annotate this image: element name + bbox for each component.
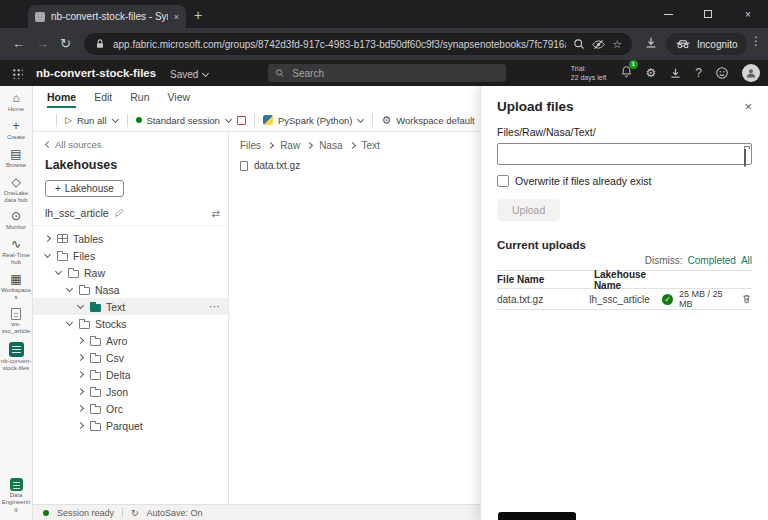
dismiss-all-link[interactable]: All xyxy=(741,255,752,266)
chevron-down-icon[interactable] xyxy=(357,117,364,124)
chevron-right-icon[interactable] xyxy=(76,387,85,396)
reload-icon[interactable] xyxy=(60,35,71,53)
upload-path-input[interactable] xyxy=(497,143,752,165)
sidebar-item-monitor[interactable]: Monitor xyxy=(0,210,33,231)
tree-item-text-selected[interactable]: Text xyxy=(33,298,228,315)
tree-item-stocks[interactable]: Stocks xyxy=(33,315,228,332)
global-search[interactable] xyxy=(268,64,506,82)
toolbar-divider xyxy=(372,114,373,127)
tab-edit[interactable]: Edit xyxy=(94,91,112,108)
file-icon xyxy=(240,161,248,171)
sidebar-item-create[interactable]: Create xyxy=(0,120,33,141)
chevron-right-icon[interactable] xyxy=(76,353,85,362)
browse-folder-icon[interactable] xyxy=(744,149,746,167)
back-icon[interactable] xyxy=(12,35,25,53)
upload-button[interactable]: Upload xyxy=(497,199,560,221)
dismiss-completed-link[interactable]: Completed xyxy=(688,255,736,266)
download-app-icon[interactable] xyxy=(669,67,682,80)
language-dropdown[interactable]: PySpark (Python) xyxy=(278,115,352,126)
tab-view[interactable]: View xyxy=(168,91,191,108)
search-input[interactable] xyxy=(290,67,499,80)
chevron-down-icon[interactable] xyxy=(65,285,74,294)
incognito-icon xyxy=(675,39,691,49)
plus-icon xyxy=(12,120,19,133)
tab-close-icon[interactable] xyxy=(174,12,179,22)
breadcrumb-item[interactable]: Text xyxy=(362,140,380,151)
folder-icon xyxy=(90,423,101,431)
help-icon[interactable] xyxy=(695,66,702,80)
feedback-smiley-icon[interactable] xyxy=(715,66,729,80)
tree-item-files[interactable]: Files xyxy=(33,247,228,264)
sidebar-item-label: Browse xyxy=(1,162,32,169)
all-sources-back[interactable]: All sources xyxy=(33,136,228,152)
tree-item-avro[interactable]: Avro xyxy=(33,332,228,349)
session-dropdown[interactable]: Standard session xyxy=(147,115,220,126)
address-bar[interactable]: app.fabric.microsoft.com/groups/8742d3fd… xyxy=(84,33,632,55)
eye-off-icon[interactable] xyxy=(592,38,605,51)
lakehouse-row[interactable]: lh_ssc_article xyxy=(33,203,228,226)
close-panel-icon[interactable] xyxy=(744,100,752,113)
sidebar-item-realtime-hub[interactable]: Real-Time hub xyxy=(0,238,33,266)
minimize-button[interactable] xyxy=(648,0,688,28)
tree-item-raw[interactable]: Raw xyxy=(33,264,228,281)
settings-gear-icon[interactable] xyxy=(646,66,657,80)
bookmark-star-icon[interactable]: ☆ xyxy=(612,38,622,51)
tree-item-nasa[interactable]: Nasa xyxy=(33,281,228,298)
stop-session-icon[interactable] xyxy=(237,116,246,125)
maximize-button[interactable] xyxy=(688,0,728,28)
delete-trash-icon[interactable] xyxy=(741,293,752,305)
browser-tab[interactable]: nb-convert-stock-files - Synaps xyxy=(28,5,186,28)
chevron-down-icon[interactable] xyxy=(112,117,119,124)
chevron-right-icon[interactable] xyxy=(76,370,85,379)
close-button[interactable] xyxy=(728,0,768,28)
tree-item-tables[interactable]: Tables xyxy=(33,230,228,247)
chevron-down-icon[interactable] xyxy=(76,302,85,311)
breadcrumb-item[interactable]: Nasa xyxy=(319,140,342,151)
downloads-icon[interactable] xyxy=(644,36,658,50)
sidebar-item-workspace[interactable]: ws-ssc_article xyxy=(0,308,33,335)
tab-home[interactable]: Home xyxy=(47,91,76,108)
edit-pencil-icon[interactable] xyxy=(114,208,124,218)
tree-item-delta[interactable]: Delta xyxy=(33,366,228,383)
header-actions: Trial: 22 days left 1 xyxy=(571,60,760,86)
sidebar-item-experience-switcher[interactable]: Data Engineering xyxy=(0,478,33,513)
upload-path-label: Files/Raw/Nasa/Text/ xyxy=(497,126,752,138)
overwrite-checkbox[interactable] xyxy=(497,175,509,187)
sidebar-item-browse[interactable]: Browse xyxy=(0,148,33,169)
tree-item-orc[interactable]: Orc xyxy=(33,400,228,417)
chevron-right-icon[interactable] xyxy=(76,404,85,413)
chevron-down-icon[interactable] xyxy=(65,319,74,328)
tree-item-json[interactable]: Json xyxy=(33,383,228,400)
switch-lakehouse-icon[interactable] xyxy=(212,208,220,219)
breadcrumb-item[interactable]: Files xyxy=(240,140,261,151)
environment-dropdown[interactable]: Workspace default xyxy=(396,115,475,126)
window-controls xyxy=(648,0,768,28)
forward-icon[interactable] xyxy=(36,35,49,53)
chevron-right-icon[interactable] xyxy=(43,234,52,243)
add-lakehouse-button[interactable]: Lakehouse xyxy=(45,180,124,197)
autosave-status[interactable]: AutoSave: On xyxy=(147,508,203,518)
waffle-menu-icon[interactable] xyxy=(12,68,23,79)
chevron-down-icon[interactable] xyxy=(225,117,232,124)
sidebar-item-onelake[interactable]: OneLake data hub xyxy=(0,176,33,204)
run-all-button[interactable]: Run all xyxy=(77,115,107,126)
new-tab-button[interactable]: + xyxy=(194,6,202,24)
file-list-item[interactable]: data.txt.gz xyxy=(230,151,480,171)
sidebar-item-workspaces[interactable]: Workspaces xyxy=(0,273,33,301)
sidebar-item-home[interactable]: Home xyxy=(0,92,33,113)
tab-run[interactable]: Run xyxy=(130,91,149,108)
zoom-icon[interactable] xyxy=(573,38,585,50)
chevron-right-icon[interactable] xyxy=(76,421,85,430)
breadcrumb-item[interactable]: Raw xyxy=(280,140,300,151)
chevron-right-icon[interactable] xyxy=(76,336,85,345)
sidebar-item-notebook-active[interactable]: nb-convert-stock-files xyxy=(0,342,33,372)
tree-item-parquet[interactable]: Parquet xyxy=(33,417,228,434)
account-avatar[interactable] xyxy=(742,64,760,82)
saved-status[interactable]: Saved xyxy=(170,69,209,80)
chevron-down-icon[interactable] xyxy=(43,251,52,260)
more-options-icon[interactable] xyxy=(209,300,220,313)
notifications-button[interactable]: 1 xyxy=(620,64,633,82)
chevron-down-icon[interactable] xyxy=(54,268,63,277)
browser-menu-icon[interactable] xyxy=(750,34,762,48)
tree-item-csv[interactable]: Csv xyxy=(33,349,228,366)
